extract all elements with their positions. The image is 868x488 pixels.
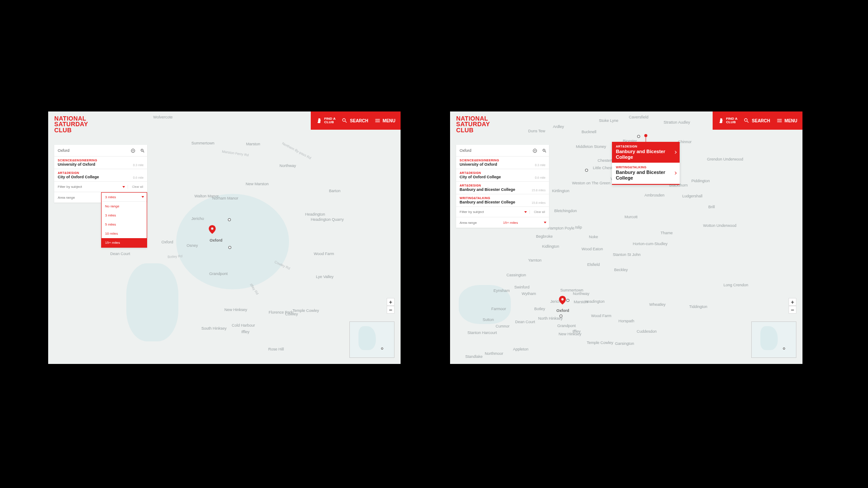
map-label: Barton	[329, 189, 341, 193]
filter-subject-select[interactable]: Filter by subject	[456, 210, 530, 214]
minimap[interactable]	[349, 321, 395, 358]
sidebar: SCIENCE&ENGINEERING University of Oxford…	[456, 145, 549, 228]
map-marker[interactable]	[637, 135, 640, 138]
map-label: Iffley	[572, 329, 581, 334]
dropdown-option[interactable]: 5 miles	[102, 220, 147, 229]
map-label: Dean Court	[110, 252, 130, 256]
filter-subject-row: Filter by subject Clear all	[54, 182, 147, 192]
map-label: Appleton	[513, 347, 529, 351]
map-label: Osney	[187, 243, 198, 248]
map-label: Botley	[534, 307, 545, 311]
popup-item[interactable]: WRITING&TALKING Banbury and Bicester Col…	[612, 163, 680, 183]
minimap-land	[760, 326, 778, 350]
search-input[interactable]	[456, 148, 530, 153]
map-marker[interactable]	[585, 169, 588, 172]
clear-all-button[interactable]: Clear all	[530, 210, 549, 213]
map-water	[176, 194, 289, 289]
dropdown-option[interactable]: No range	[102, 202, 147, 211]
map-label: Weston on The Green	[572, 181, 610, 185]
minimap-marker	[783, 347, 785, 350]
dropdown-option[interactable]: 3 miles	[102, 211, 147, 220]
minimap[interactable]	[751, 321, 796, 358]
filter-subject-select[interactable]: Filter by subject	[54, 185, 128, 189]
map-road-label: Northern By-pass Rd	[281, 141, 312, 160]
map-label: Middleton Stoney	[576, 144, 606, 149]
result-distance: 0.6 mile	[133, 176, 144, 179]
zoom-out-button[interactable]: −	[387, 306, 395, 314]
nav-label: FIND A CLUB	[726, 117, 737, 124]
map-label: Cassington	[506, 273, 526, 277]
map-pin[interactable]	[209, 225, 216, 236]
result-item[interactable]: ART&DESIGN City of Oxford College 0.6 mi…	[456, 169, 549, 182]
menu-button[interactable]: MENU	[375, 118, 395, 124]
zoom-in-button[interactable]: +	[387, 298, 395, 306]
search-submit-button[interactable]	[539, 146, 549, 155]
search-button[interactable]: SEARCH	[743, 118, 770, 124]
logo[interactable]: NATIONAL SATURDAY CLUB	[456, 116, 490, 133]
chevron-down-icon	[141, 196, 144, 198]
clear-search-button[interactable]	[530, 146, 539, 155]
map-label: Cold Harbour	[232, 323, 255, 328]
map-road-label: Botley Rd	[168, 254, 183, 259]
result-item[interactable]: SCIENCE&ENGINEERING University of Oxford…	[456, 157, 549, 169]
search-input[interactable]	[54, 148, 128, 153]
clear-all-button[interactable]: Clear all	[128, 185, 147, 188]
map-pin[interactable]	[559, 296, 566, 306]
map-label: Marston	[246, 142, 260, 146]
map-marker[interactable]	[228, 246, 231, 249]
result-category: ART&DESIGN	[58, 171, 144, 174]
popup-item[interactable]: ART&DESIGN Banbury and Bicester College	[612, 142, 680, 163]
dropdown-option-selected[interactable]: 15+ miles	[102, 238, 147, 247]
nav-label: MENU	[785, 118, 797, 123]
search-submit-button[interactable]	[138, 146, 147, 155]
result-item[interactable]: WRITING&TALKING Banbury and Bicester Col…	[456, 194, 549, 207]
result-item[interactable]: SCIENCE&ENGINEERING University of Oxford…	[54, 157, 147, 169]
map-road-label: Marston Ferry Rd	[222, 150, 249, 157]
result-distance: 0.3 mile	[133, 164, 144, 167]
range-select[interactable]: 15+ miles	[503, 221, 549, 225]
popup-category: ART&DESIGN	[616, 145, 676, 148]
map-label: Wood Farm	[314, 252, 334, 256]
range-select[interactable]: 3 miles	[102, 193, 147, 202]
logo[interactable]: NATIONAL SATURDAY CLUB	[54, 116, 88, 133]
map-label: Cumnor	[496, 324, 510, 328]
uk-map-icon	[316, 118, 322, 124]
zoom-out-button[interactable]: −	[789, 306, 796, 314]
map-marker[interactable]	[566, 299, 569, 302]
find-club-button[interactable]: FIND A CLUB	[718, 117, 737, 124]
clear-icon	[131, 148, 135, 153]
range-label: Area range	[54, 196, 101, 200]
result-item[interactable]: ART&DESIGN Banbury and Bicester College …	[456, 182, 549, 194]
result-item[interactable]: ART&DESIGN City of Oxford College 0.6 mi…	[54, 169, 147, 182]
result-distance: 0.3 mile	[535, 164, 546, 167]
map-label: Wotton Underwood	[703, 223, 736, 228]
map-label: Lye Valley	[316, 275, 334, 279]
map-label: New Marston	[246, 182, 269, 186]
range-row[interactable]: Area range 15+ miles	[456, 217, 549, 228]
clear-search-button[interactable]	[128, 146, 138, 155]
search-button[interactable]: SEARCH	[342, 118, 368, 124]
map-label: Islip	[575, 225, 582, 229]
chevron-down-icon	[524, 211, 527, 213]
zoom-in-button[interactable]: +	[789, 298, 796, 306]
map-label: Standlake	[465, 354, 483, 359]
map-marker[interactable]	[228, 218, 231, 221]
dropdown-option[interactable]: 10 miles	[102, 229, 147, 238]
minimap-marker	[381, 347, 383, 350]
map-label: Garsington	[615, 341, 634, 346]
minimap-land	[358, 326, 376, 350]
result-name: City of Oxford College	[58, 175, 144, 179]
map-marker[interactable]	[559, 314, 562, 318]
clear-icon	[533, 148, 537, 153]
map-label: Farmoor	[491, 307, 506, 311]
map-water	[126, 263, 178, 341]
map-label: Begbroke	[536, 234, 553, 239]
range-label: Area range	[456, 221, 503, 225]
result-name: University of Oxford	[58, 162, 144, 167]
filter-label: Filter by subject	[460, 210, 484, 214]
uk-map-icon	[718, 118, 724, 124]
menu-button[interactable]: MENU	[776, 118, 797, 124]
range-value: 3 miles	[105, 195, 116, 199]
map-label: Piddington	[691, 179, 710, 183]
find-club-button[interactable]: FIND A CLUB	[316, 117, 335, 124]
